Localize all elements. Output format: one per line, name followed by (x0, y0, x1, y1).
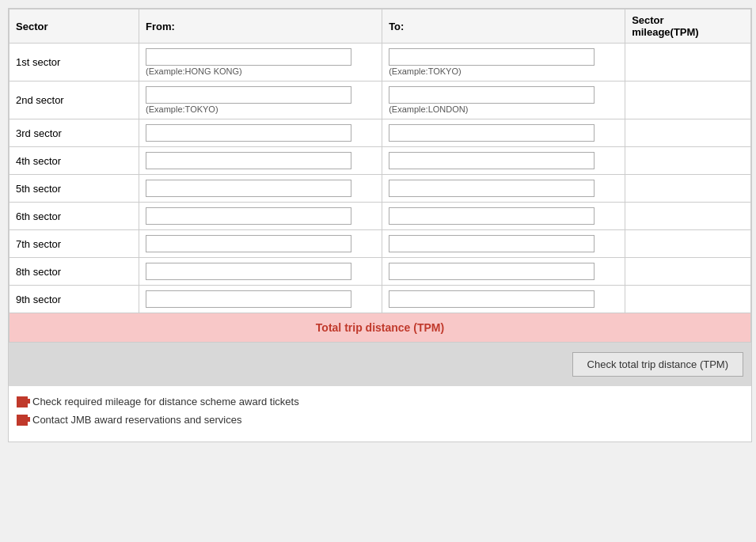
sector-to-cell-4 (382, 147, 625, 175)
table-row: 9th sector (9, 286, 751, 313)
to-input-1[interactable] (389, 48, 595, 66)
sector-to-cell-7 (382, 230, 625, 258)
sector-label-1: 1st sector (9, 44, 139, 81)
from-example-2: (Example:TOKYO) (146, 104, 375, 114)
sector-from-cell-7 (139, 230, 382, 258)
sector-to-cell-5 (382, 175, 625, 203)
from-input-7[interactable] (146, 235, 351, 252)
from-input-4[interactable] (146, 152, 351, 169)
sector-label-9: 9th sector (9, 286, 139, 313)
main-container: Sector From: To: Sector mileage(TPM) 1st… (8, 8, 752, 442)
sector-mileage-1 (625, 44, 751, 81)
sector-table: Sector From: To: Sector mileage(TPM) 1st… (9, 9, 751, 343)
to-input-2[interactable] (389, 86, 595, 104)
sector-from-cell-8 (139, 258, 382, 286)
links-section: Check required mileage for distance sche… (9, 386, 751, 442)
sector-mileage-5 (625, 175, 751, 203)
to-input-4[interactable] (389, 152, 595, 169)
from-input-3[interactable] (146, 124, 351, 142)
sector-mileage-4 (625, 147, 751, 175)
sector-to-cell-6 (382, 203, 625, 230)
to-example-2: (Example:LONDON) (389, 104, 618, 114)
link-text-1[interactable]: Check required mileage for distance sche… (32, 396, 299, 407)
to-input-5[interactable] (389, 180, 595, 197)
from-input-9[interactable] (146, 290, 351, 308)
from-input-6[interactable] (146, 207, 351, 225)
sector-label-2: 2nd sector (9, 81, 139, 119)
sector-mileage-3 (625, 119, 751, 147)
to-input-6[interactable] (389, 207, 595, 225)
to-input-8[interactable] (389, 263, 595, 280)
from-input-5[interactable] (146, 180, 351, 197)
to-input-9[interactable] (389, 290, 595, 308)
sector-to-cell-9 (382, 286, 625, 313)
from-input-1[interactable] (146, 48, 351, 66)
header-sector: Sector (9, 9, 139, 44)
to-input-7[interactable] (389, 235, 595, 252)
sector-from-cell-1: (Example:HONG KONG) (139, 44, 382, 81)
total-label: Total trip distance (TPM) (9, 313, 751, 343)
sector-mileage-9 (625, 286, 751, 313)
sector-mileage-2 (625, 81, 751, 119)
table-row: 8th sector (9, 258, 751, 286)
sector-to-cell-3 (382, 119, 625, 147)
sector-label-7: 7th sector (9, 230, 139, 258)
sector-from-cell-5 (139, 175, 382, 203)
sector-to-cell-8 (382, 258, 625, 286)
table-row: 6th sector (9, 203, 751, 230)
link-icon-1 (17, 396, 28, 407)
sector-to-cell-1: (Example:TOKYO) (382, 44, 625, 81)
sector-label-8: 8th sector (9, 258, 139, 286)
sector-label-5: 5th sector (9, 175, 139, 203)
link-item-1: Check required mileage for distance sche… (17, 396, 743, 407)
header-from: From: (139, 9, 382, 44)
sector-from-cell-3 (139, 119, 382, 147)
header-to: To: (382, 9, 625, 44)
button-row: Check total trip distance (TPM) (9, 343, 751, 386)
table-row: 4th sector (9, 147, 751, 175)
sector-from-cell-2: (Example:TOKYO) (139, 81, 382, 119)
check-button[interactable]: Check total trip distance (TPM) (572, 352, 743, 377)
table-row: 3rd sector (9, 119, 751, 147)
link-icon-2 (17, 415, 28, 426)
total-row: Total trip distance (TPM) (9, 313, 751, 343)
table-row: 7th sector (9, 230, 751, 258)
table-row: 5th sector (9, 175, 751, 203)
sector-from-cell-4 (139, 147, 382, 175)
sector-label-6: 6th sector (9, 203, 139, 230)
table-row: 1st sector(Example:HONG KONG)(Example:TO… (9, 44, 751, 81)
sector-mileage-7 (625, 230, 751, 258)
sector-mileage-8 (625, 258, 751, 286)
from-input-2[interactable] (146, 86, 351, 104)
sector-from-cell-6 (139, 203, 382, 230)
sector-label-3: 3rd sector (9, 119, 139, 147)
from-example-1: (Example:HONG KONG) (146, 66, 375, 76)
table-row: 2nd sector(Example:TOKYO)(Example:LONDON… (9, 81, 751, 119)
sector-from-cell-9 (139, 286, 382, 313)
sector-mileage-6 (625, 203, 751, 230)
link-item-2: Contact JMB award reservations and servi… (17, 414, 743, 426)
header-mileage: Sector mileage(TPM) (625, 9, 751, 44)
link-text-2[interactable]: Contact JMB award reservations and servi… (32, 414, 241, 426)
to-example-1: (Example:TOKYO) (389, 66, 618, 76)
from-input-8[interactable] (146, 263, 351, 280)
sector-to-cell-2: (Example:LONDON) (382, 81, 625, 119)
sector-label-4: 4th sector (9, 147, 139, 175)
to-input-3[interactable] (389, 124, 595, 142)
